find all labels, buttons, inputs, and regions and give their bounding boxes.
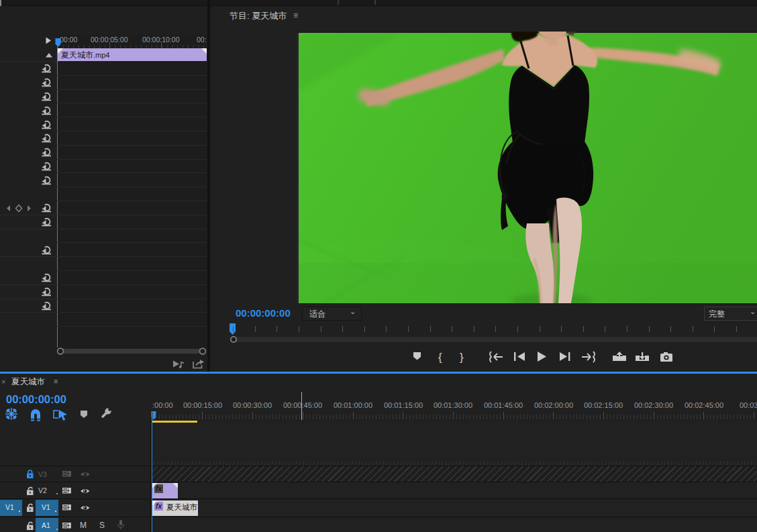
svg-text:}: } (460, 351, 464, 364)
svg-text:{: { (438, 351, 442, 364)
